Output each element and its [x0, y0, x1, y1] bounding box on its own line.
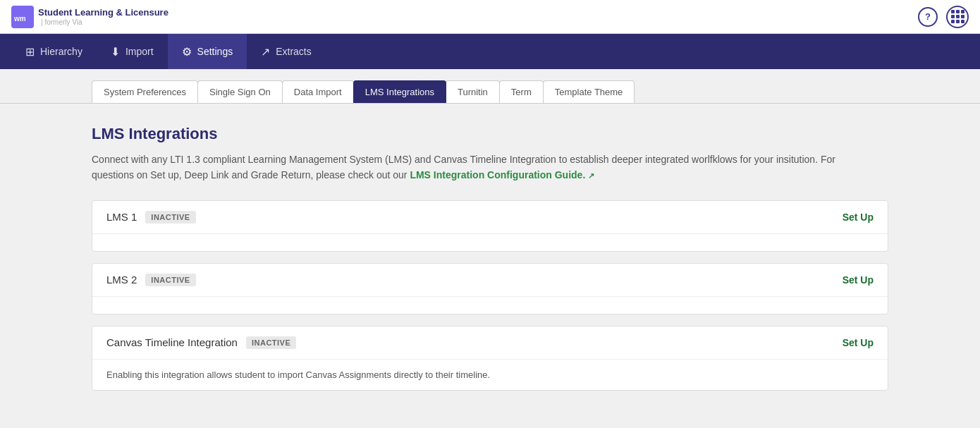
lms1-status-badge: INACTIVE — [145, 211, 195, 224]
canvas-timeline-card-body: Enabling this integration allows student… — [92, 359, 888, 391]
canvas-timeline-card: Canvas Timeline Integration INACTIVE Set… — [92, 326, 888, 391]
lms2-status-badge: INACTIVE — [145, 274, 195, 286]
lms1-setup-button[interactable]: Set Up — [843, 212, 874, 223]
lms-guide-link[interactable]: LMS Integration Configuration Guide. ↗ — [410, 169, 594, 181]
apps-button[interactable] — [946, 6, 969, 28]
help-icon: ? — [925, 11, 931, 22]
hierarchy-icon: ⊞ — [25, 45, 35, 59]
nav-item-hierarchy[interactable]: ⊞ Hierarchy — [11, 34, 97, 69]
nav-bar: ⊞ Hierarchy ⬇ Import ⚙ Settings ↗ Extrac… — [0, 34, 980, 69]
extracts-icon: ↗ — [261, 45, 270, 59]
canvas-timeline-card-left: Canvas Timeline Integration INACTIVE — [106, 336, 296, 349]
tab-template-theme[interactable]: Template Theme — [543, 80, 635, 103]
canvas-timeline-status-badge: INACTIVE — [246, 336, 296, 349]
lms1-card-body — [92, 233, 888, 251]
canvas-timeline-label: Canvas Timeline Integration — [106, 336, 238, 348]
brand-text: Student Learning & Licensure | formerly … — [38, 7, 169, 26]
lms2-card: LMS 2 INACTIVE Set Up — [92, 263, 888, 314]
page-title: LMS Integrations — [92, 125, 888, 143]
tab-lms-integrations[interactable]: LMS Integrations — [353, 80, 446, 103]
lms2-label: LMS 2 — [106, 274, 137, 286]
nav-label-import: Import — [125, 46, 154, 57]
page-description: Connect with any LTI 1.3 compliant Learn… — [92, 152, 867, 183]
tab-term[interactable]: Term — [499, 80, 544, 103]
tabs-container: System Preferences Single Sign On Data I… — [0, 69, 980, 104]
brand-title: Student Learning & Licensure — [38, 7, 169, 18]
brand-formerly: formerly Via — [44, 18, 82, 26]
lms1-card: LMS 1 INACTIVE Set Up — [92, 200, 888, 252]
lms2-setup-button[interactable]: Set Up — [843, 274, 874, 286]
nav-item-extracts[interactable]: ↗ Extracts — [247, 34, 326, 69]
brand-area: wm Student Learning & Licensure | former… — [11, 6, 169, 28]
canvas-timeline-card-header: Canvas Timeline Integration INACTIVE Set… — [92, 326, 888, 359]
nav-label-extracts: Extracts — [276, 46, 312, 57]
tab-data-import[interactable]: Data Import — [282, 80, 354, 103]
external-link-icon: ↗ — [588, 171, 594, 180]
lms-guide-link-text: LMS Integration Configuration Guide. — [410, 169, 585, 181]
lms2-card-header: LMS 2 INACTIVE Set Up — [92, 264, 888, 296]
pipe-separator: | formerly Via — [41, 18, 169, 26]
canvas-timeline-setup-button[interactable]: Set Up — [843, 337, 874, 348]
help-button[interactable]: ? — [918, 7, 938, 27]
grid-icon — [948, 7, 967, 26]
settings-icon: ⚙ — [182, 45, 192, 59]
lms2-card-body — [92, 296, 888, 314]
svg-text:wm: wm — [13, 15, 26, 23]
lms1-label: LMS 1 — [106, 211, 137, 223]
tab-single-sign-on[interactable]: Single Sign On — [197, 80, 283, 103]
main-content: LMS Integrations Connect with any LTI 1.… — [0, 104, 980, 428]
top-bar-actions: ? — [918, 6, 969, 28]
canvas-timeline-body-text: Enabling this integration allows student… — [106, 369, 490, 380]
top-bar: wm Student Learning & Licensure | former… — [0, 0, 980, 34]
tab-system-preferences[interactable]: System Preferences — [92, 80, 198, 103]
import-icon: ⬇ — [111, 45, 120, 59]
logo: wm Student Learning & Licensure | former… — [11, 6, 169, 28]
lms2-card-left: LMS 2 INACTIVE — [106, 274, 196, 286]
watermark-logo-icon: wm — [11, 6, 34, 28]
nav-label-hierarchy: Hierarchy — [40, 46, 82, 57]
lms1-card-left: LMS 1 INACTIVE — [106, 211, 196, 224]
nav-label-settings: Settings — [197, 46, 233, 57]
nav-item-settings[interactable]: ⚙ Settings — [168, 34, 247, 69]
tab-turnitin[interactable]: Turnitin — [446, 80, 500, 103]
nav-item-import[interactable]: ⬇ Import — [97, 34, 168, 69]
lms1-card-header: LMS 1 INACTIVE Set Up — [92, 201, 888, 233]
